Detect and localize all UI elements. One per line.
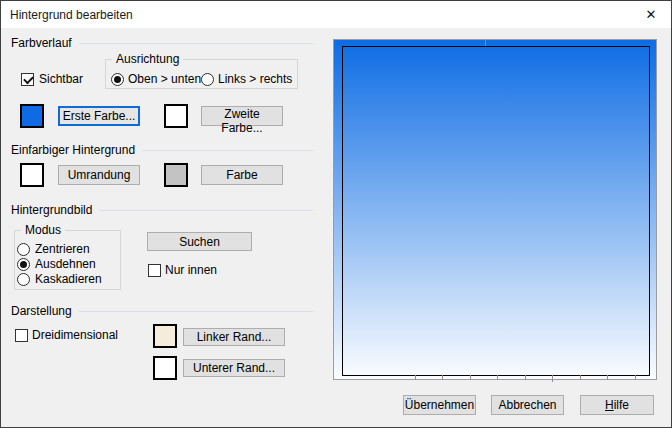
ruler-tick	[415, 375, 416, 380]
erste-farbe-swatch	[20, 104, 44, 128]
sichtbar-checkbox[interactable]	[21, 73, 34, 86]
radio-ausdehnen[interactable]	[17, 258, 30, 271]
linker-rand-button[interactable]: Linker Rand...	[183, 328, 285, 346]
ruler-tick	[635, 375, 636, 380]
section-header-darstellung: Darstellung	[11, 304, 313, 318]
radio-oben-unten-label[interactable]: Oben > unten	[128, 73, 201, 86]
section-label-hintergrundbild: Hintergrundbild	[11, 203, 99, 217]
section-header-hintergrundbild: Hintergrundbild	[11, 203, 313, 217]
ausrichtung-group-label: Ausrichtung	[112, 52, 183, 66]
linker-rand-swatch	[153, 324, 177, 348]
titlebar: Hintergrund bearbeiten ✕	[1, 1, 671, 28]
ruler-tick-major	[552, 375, 553, 382]
section-divider	[79, 43, 313, 44]
dialog-window: Hintergrund bearbeiten ✕ Farbverlauf Sic…	[0, 0, 672, 428]
radio-links-rechts[interactable]	[201, 73, 214, 86]
nur-innen-label[interactable]: Nur innen	[165, 264, 217, 277]
suchen-button[interactable]: Suchen	[147, 232, 252, 251]
section-label-farbverlauf: Farbverlauf	[11, 36, 79, 50]
radio-zentrieren[interactable]	[17, 243, 30, 256]
section-divider	[142, 150, 313, 151]
radio-kaskadieren[interactable]	[17, 273, 30, 286]
section-header-farbverlauf: Farbverlauf	[11, 36, 313, 50]
dreidimensional-label[interactable]: Dreidimensional	[32, 329, 118, 342]
ruler-tick	[525, 375, 526, 380]
zweite-farbe-swatch	[164, 104, 188, 128]
dialog-title: Hintergrund bearbeiten	[10, 8, 133, 22]
radio-zentrieren-label[interactable]: Zentrieren	[35, 243, 90, 256]
section-label-einfarbiger-hintergrund: Einfarbiger Hintergrund	[11, 143, 142, 157]
ruler-tick	[470, 375, 471, 380]
preview-panel	[333, 39, 657, 380]
umrandung-button[interactable]: Umrandung	[58, 165, 140, 185]
sichtbar-label[interactable]: Sichtbar	[39, 73, 83, 86]
nur-innen-checkbox[interactable]	[148, 264, 161, 277]
unterer-rand-swatch	[153, 356, 177, 380]
unterer-rand-button[interactable]: Unterer Rand...	[183, 359, 285, 377]
section-header-einfarbiger-hintergrund: Einfarbiger Hintergrund	[11, 143, 313, 157]
hilfe-button[interactable]: Hilfe	[580, 395, 654, 415]
ruler-tick	[497, 375, 498, 380]
hilfe-accel: H	[605, 398, 614, 412]
farbe-button[interactable]: Farbe	[201, 165, 283, 185]
ruler-tick	[607, 375, 608, 380]
farbe-swatch	[164, 163, 188, 187]
preview-inner-frame	[342, 46, 650, 376]
section-divider	[99, 210, 313, 211]
dreidimensional-checkbox[interactable]	[15, 329, 28, 342]
umrandung-swatch	[20, 163, 44, 187]
hilfe-rest: ilfe	[614, 398, 629, 412]
ruler-tick	[442, 375, 443, 380]
section-label-darstellung: Darstellung	[11, 304, 79, 318]
erste-farbe-button[interactable]: Erste Farbe...	[58, 106, 140, 126]
section-divider	[79, 311, 313, 312]
radio-oben-unten[interactable]	[111, 73, 124, 86]
radio-kaskadieren-label[interactable]: Kaskadieren	[35, 273, 102, 286]
close-icon[interactable]: ✕	[639, 5, 663, 24]
ruler-tick	[580, 375, 581, 380]
radio-links-rechts-label[interactable]: Links > rechts	[218, 73, 292, 86]
zweite-farbe-button[interactable]: Zweite Farbe...	[201, 106, 283, 126]
uebernehmen-button[interactable]: Übernehmen	[403, 395, 476, 415]
modus-group-label: Modus	[21, 223, 65, 237]
radio-ausdehnen-label[interactable]: Ausdehnen	[35, 258, 96, 271]
abbrechen-button[interactable]: Abbrechen	[491, 395, 564, 415]
